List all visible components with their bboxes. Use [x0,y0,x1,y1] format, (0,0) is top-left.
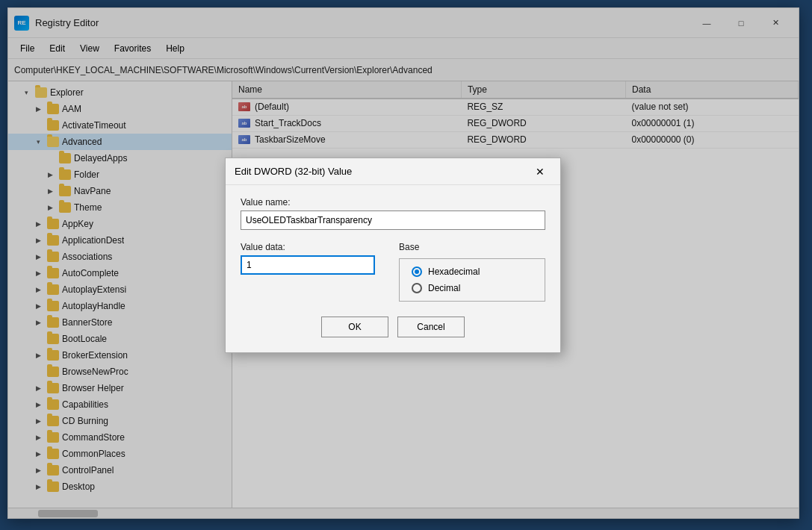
ok-button[interactable]: OK [321,317,388,337]
edit-dword-dialog: Edit DWORD (32-bit) Value ✕ Value name: … [225,158,561,353]
value-data-label: Value data: [241,242,387,252]
dialog-body: Value name: Value data: Base Hexadecimal [226,185,560,352]
dialog-overlay: Edit DWORD (32-bit) Value ✕ Value name: … [8,8,799,518]
dialog-close-button[interactable]: ✕ [529,162,551,181]
radio-label-hex: Hexadecimal [428,266,480,277]
value-name-input[interactable] [241,211,545,230]
cancel-button[interactable]: Cancel [397,317,465,337]
base-col: Base Hexadecimal Decimal [399,242,545,302]
dialog-buttons: OK Cancel [241,317,545,337]
radio-label-dec: Decimal [428,283,460,293]
dialog-title-bar: Edit DWORD (32-bit) Value ✕ [226,158,560,185]
radio-circle-hex [412,266,422,277]
radio-decimal[interactable]: Decimal [412,283,533,293]
radio-hexadecimal[interactable]: Hexadecimal [412,266,533,277]
value-data-input[interactable] [241,255,375,275]
value-data-col: Value data: [241,242,387,275]
value-name-label: Value name: [241,197,545,208]
dialog-title: Edit DWORD (32-bit) Value [235,166,529,177]
radio-circle-dec [412,283,422,293]
dialog-data-row: Value data: Base Hexadecimal [241,242,545,302]
base-label: Base [399,242,545,252]
registry-editor-window: RE Registry Editor — □ ✕ File Edit View … [7,7,799,519]
base-radio-group: Hexadecimal Decimal [399,258,545,302]
